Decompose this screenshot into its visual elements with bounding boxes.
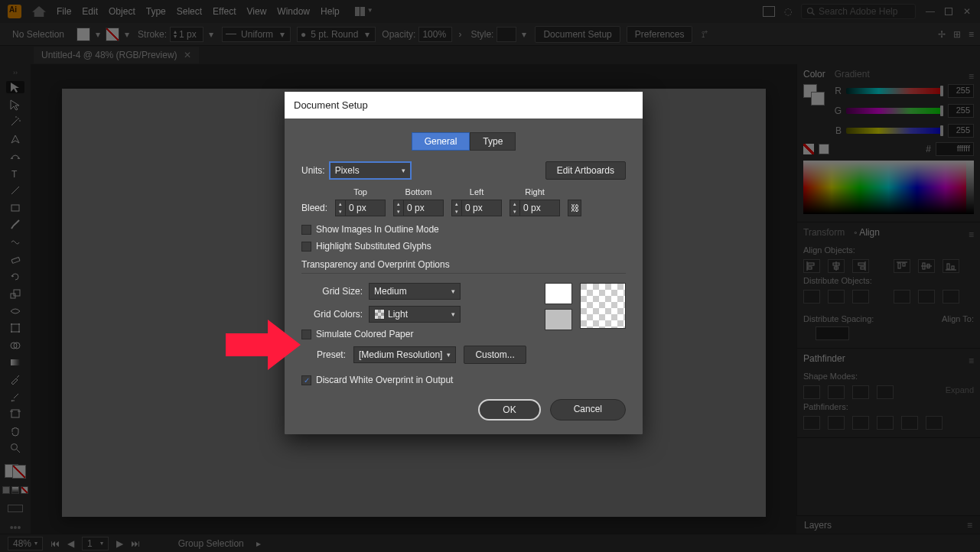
opacity-dropdown[interactable]: › — [455, 29, 464, 40]
menu-type[interactable]: Type — [146, 6, 166, 17]
zoom-field[interactable]: 48%▾ — [8, 537, 43, 550]
unite-icon[interactable] — [803, 385, 820, 399]
rotate-tool-icon[interactable] — [6, 270, 24, 282]
align-vcenter-icon[interactable] — [918, 259, 935, 273]
g-slider[interactable] — [846, 108, 943, 114]
align-to-icon[interactable]: ⟟⁺ — [702, 29, 708, 40]
preferences-button[interactable]: Preferences — [627, 26, 693, 43]
crop-icon[interactable] — [877, 416, 894, 430]
dist-vcenter-icon[interactable] — [828, 290, 845, 304]
trim-icon[interactable] — [828, 416, 845, 430]
layout-switcher-icon[interactable]: ▼ — [355, 7, 373, 16]
bleed-right-field[interactable]: ▴▾0 px — [510, 200, 560, 216]
link-bleed-icon[interactable]: ⛓ — [568, 200, 581, 216]
fill-stroke-swatches[interactable] — [5, 464, 26, 479]
pathfinder-tab[interactable]: Pathfinder — [803, 353, 845, 364]
hand-tool-icon[interactable] — [6, 425, 24, 437]
g-value[interactable]: 255 — [948, 104, 974, 118]
panel-menu-icon[interactable]: ≡ — [969, 71, 974, 82]
arrange-docs-icon[interactable] — [763, 6, 775, 17]
fill-dropdown-icon[interactable]: ▾ — [93, 29, 103, 40]
simulate-paper-checkbox[interactable] — [301, 330, 311, 339]
help-search-input[interactable]: Search Adobe Help — [801, 4, 916, 19]
merge-icon[interactable] — [852, 416, 869, 430]
document-setup-button[interactable]: Document Setup — [535, 26, 620, 43]
menu-file[interactable]: File — [57, 6, 71, 17]
menu-effect[interactable]: Effect — [213, 6, 236, 17]
profile-field[interactable]: Uniform▾ — [222, 27, 291, 42]
window-close-icon[interactable]: ✕ — [962, 6, 972, 17]
outline-images-checkbox[interactable] — [301, 225, 311, 235]
shaper-tool-icon[interactable] — [6, 235, 24, 248]
style-dropdown[interactable]: ▾ — [519, 29, 529, 40]
ok-button[interactable]: OK — [478, 399, 540, 420]
artboard-last-icon[interactable]: ⏭ — [131, 538, 140, 549]
bleed-left-field[interactable]: ▴▾0 px — [451, 200, 502, 216]
panel-menu-icon[interactable]: ≡ — [969, 356, 974, 366]
close-tab-icon[interactable]: ✕ — [184, 50, 191, 60]
width-tool-icon[interactable] — [6, 304, 24, 317]
dist-left-icon[interactable] — [894, 290, 910, 304]
artboard-nav-field[interactable]: 1▾ — [82, 537, 109, 550]
intersect-icon[interactable] — [852, 385, 869, 399]
dist-top-icon[interactable] — [803, 290, 820, 304]
direct-selection-tool-icon[interactable] — [6, 98, 24, 110]
tab-type[interactable]: Type — [470, 132, 516, 151]
color-tab[interactable]: Color — [803, 69, 825, 80]
custom-button[interactable]: Custom... — [464, 346, 526, 364]
menu-help[interactable]: Help — [321, 6, 340, 17]
menu-window[interactable]: Window — [277, 6, 310, 17]
fill-swatch[interactable] — [77, 28, 90, 41]
edit-artboards-button[interactable]: Edit Artboards — [545, 161, 626, 180]
window-minimize-icon[interactable]: — — [925, 6, 936, 17]
menu-object[interactable]: Object — [109, 6, 135, 17]
document-tab[interactable]: Untitled-4 @ 48% (RGB/Preview) ✕ — [34, 47, 199, 63]
align-bottom-icon[interactable] — [943, 259, 959, 273]
lightbulb-icon[interactable]: ◌ — [784, 6, 792, 17]
align-top-icon[interactable] — [894, 259, 910, 273]
expand-button[interactable]: Expand — [946, 385, 974, 399]
brush-tool-icon[interactable] — [6, 219, 24, 231]
magic-wand-tool-icon[interactable] — [6, 115, 24, 128]
none-swatch-icon[interactable] — [803, 144, 814, 154]
transform-tab[interactable]: Transform — [803, 227, 845, 238]
pen-tool-icon[interactable] — [6, 132, 24, 144]
highlight-glyphs-checkbox[interactable] — [301, 242, 311, 252]
r-slider[interactable] — [846, 88, 943, 94]
divide-icon[interactable] — [803, 416, 820, 430]
edit-toolbar-icon[interactable]: ••• — [10, 521, 21, 534]
b-value[interactable]: 255 — [948, 124, 974, 138]
dist-bottom-icon[interactable] — [852, 290, 869, 304]
gradient-tool-icon[interactable] — [6, 356, 24, 369]
artboard-fwd-icon[interactable]: ▶ — [116, 538, 123, 549]
white-swatch-icon[interactable] — [819, 144, 829, 154]
selection-tool-icon[interactable] — [6, 81, 24, 93]
minus-back-icon[interactable] — [926, 416, 943, 430]
color-spectrum[interactable] — [803, 161, 974, 214]
hex-field[interactable]: ffffff — [936, 142, 974, 156]
brush-field[interactable]: ●5 pt. Round▾ — [297, 27, 376, 42]
spacing-field[interactable] — [816, 326, 849, 340]
grid-size-select[interactable]: Medium▾ — [369, 283, 461, 300]
free-transform-tool-icon[interactable] — [6, 322, 24, 334]
cancel-button[interactable]: Cancel — [550, 399, 626, 420]
artboard-prev-icon[interactable]: ⏮ — [50, 538, 60, 549]
window-maximize-icon[interactable] — [945, 8, 952, 15]
bleed-bottom-field[interactable]: ▴▾0 px — [393, 200, 444, 216]
curvature-tool-icon[interactable] — [6, 150, 24, 162]
tab-general[interactable]: General — [412, 132, 470, 151]
zoom-tool-icon[interactable] — [6, 442, 24, 454]
shape-builder-tool-icon[interactable] — [6, 339, 24, 351]
style-field[interactable] — [497, 27, 516, 42]
stroke-dropdown-icon[interactable]: ▾ — [122, 29, 132, 40]
line-tool-icon[interactable] — [6, 184, 24, 196]
exclude-icon[interactable] — [877, 385, 894, 399]
arrange-icon[interactable]: ⊞ — [953, 29, 961, 40]
panel-menu-icon[interactable]: ≡ — [969, 29, 974, 40]
transform-icon[interactable]: ✢ — [938, 29, 946, 40]
opacity-field[interactable]: 100% — [418, 27, 452, 42]
r-value[interactable]: 255 — [948, 84, 974, 98]
layers-panel-tab[interactable]: Layers ≡ — [796, 515, 980, 534]
minus-front-icon[interactable] — [828, 385, 845, 399]
screen-mode-icon[interactable] — [8, 505, 23, 512]
